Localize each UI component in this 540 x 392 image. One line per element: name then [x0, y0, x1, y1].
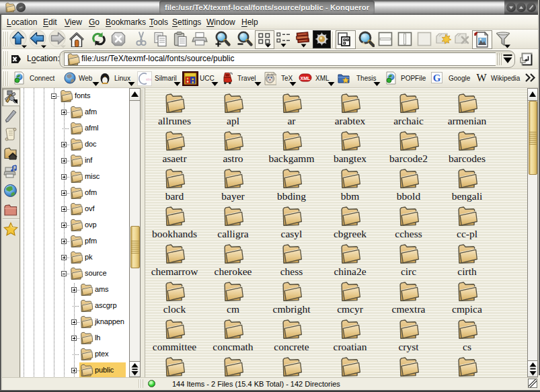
svg-text:G: G — [433, 73, 441, 83]
svg-text:XML: XML — [301, 76, 311, 81]
svg-text:silmaril: silmaril — [146, 78, 152, 81]
svg-text:W: W — [476, 72, 487, 83]
